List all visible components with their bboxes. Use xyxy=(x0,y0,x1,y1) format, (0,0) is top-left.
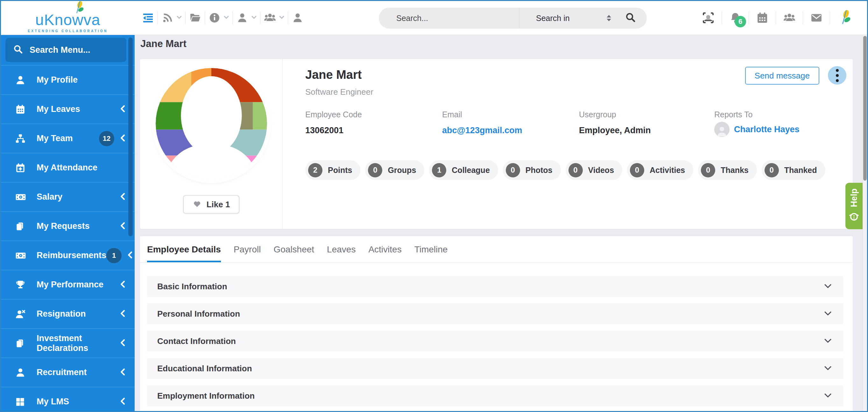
calendar-icon[interactable] xyxy=(756,11,769,24)
brand-name: uKnowva xyxy=(28,11,108,29)
tab-activites[interactable]: Activites xyxy=(368,244,401,262)
stat-activities[interactable]: 0Activities xyxy=(627,160,693,180)
notification-badge: 6 xyxy=(735,16,746,27)
accordion-title: Basic Information xyxy=(157,282,227,291)
field-employee-code: Employee Code 13062001 xyxy=(305,110,442,137)
accordion-personal-information[interactable]: Personal Information xyxy=(147,303,843,324)
stat-count: 0 xyxy=(368,163,382,177)
user-profile-icon[interactable] xyxy=(291,11,304,24)
profile-fields: Employee Code 13062001 Email abc@123gmai… xyxy=(305,110,840,137)
page-scrollbar[interactable] xyxy=(863,35,867,411)
accordion-educational-information[interactable]: Educational Information xyxy=(147,358,843,379)
sidebar-scrollbar[interactable] xyxy=(128,37,133,236)
sidebar-item-my-profile[interactable]: My Profile xyxy=(1,65,135,94)
sidebar-item-my-team[interactable]: My Team 12 xyxy=(1,124,135,153)
stat-videos[interactable]: 0Videos xyxy=(566,160,623,180)
count-badge: 1 xyxy=(106,248,122,263)
stat-thanks[interactable]: 0Thanks xyxy=(698,160,757,180)
select-arrows-icon xyxy=(607,15,611,21)
chevron-left-icon xyxy=(119,192,126,202)
more-options-button[interactable] xyxy=(828,66,846,84)
details-card: Employee Details Payroll Goalsheet Leave… xyxy=(140,236,853,411)
tab-leaves[interactable]: Leaves xyxy=(327,244,355,262)
like-button[interactable]: Like 1 xyxy=(183,195,240,214)
sidebar-item-label: My Performance xyxy=(37,280,119,289)
sidebar-item-label: My Profile xyxy=(37,75,126,85)
tab-timeline[interactable]: Timeline xyxy=(414,244,448,262)
email-link[interactable]: abc@123gmail.com xyxy=(442,126,579,135)
sidebar-item-my-lms[interactable]: My LMS xyxy=(1,387,135,411)
send-message-button[interactable]: Send message xyxy=(745,67,819,84)
profile-card: Like 1 Jane Mart Software Engineer Send … xyxy=(140,59,853,229)
user-group-icon[interactable] xyxy=(264,11,276,24)
collapse-menu-icon[interactable] xyxy=(142,11,154,24)
rss-feed-icon[interactable] xyxy=(161,11,174,24)
info-icon[interactable] xyxy=(208,11,221,24)
banknote-icon xyxy=(15,249,27,262)
search-submit-icon[interactable] xyxy=(625,12,636,24)
chevron-left-icon xyxy=(119,134,126,143)
stat-label: Videos xyxy=(588,166,614,175)
sidebar-item-label: Salary xyxy=(37,192,119,202)
tab-payroll[interactable]: Payroll xyxy=(234,244,261,262)
sidebar-search-input[interactable] xyxy=(30,45,135,55)
page-scrollbar-thumb[interactable] xyxy=(863,36,867,180)
folder-icon[interactable] xyxy=(189,11,202,24)
sidebar: My Profile My Leaves My Team 12 My Atten… xyxy=(1,35,135,411)
chevron-left-icon xyxy=(127,251,133,261)
search-in-select[interactable]: Search in xyxy=(520,8,647,29)
sidebar-nav: My Profile My Leaves My Team 12 My Atten… xyxy=(1,65,135,411)
chevron-down-icon xyxy=(824,366,832,372)
accordion-employment-information[interactable]: Employment Information xyxy=(147,385,843,406)
top-bar: uKnowva EXTENDING COLLABORATION xyxy=(1,1,867,35)
org-chart-icon xyxy=(15,133,27,145)
mail-icon[interactable] xyxy=(810,11,823,24)
field-usergroup: Usergroup Employee, Admin xyxy=(579,110,714,137)
accordion-basic-information[interactable]: Basic Information xyxy=(147,276,843,297)
chevron-down-icon[interactable] xyxy=(251,15,257,21)
stat-thanked[interactable]: 0Thanked xyxy=(762,160,825,180)
sidebar-item-label: Investment Declarations xyxy=(37,334,119,353)
help-button[interactable]: Help xyxy=(845,183,863,229)
user-icon[interactable] xyxy=(236,11,249,24)
face-scan-icon[interactable] xyxy=(702,11,715,24)
sidebar-item-salary[interactable]: Salary xyxy=(1,182,135,211)
chevron-down-icon[interactable] xyxy=(279,15,284,21)
stat-label: Photos xyxy=(526,166,553,175)
brand-logo[interactable]: uKnowva EXTENDING COLLABORATION xyxy=(1,1,135,35)
main-content: Jane Mart xyxy=(135,35,867,411)
stat-groups[interactable]: 0Groups xyxy=(365,160,424,180)
sidebar-search[interactable] xyxy=(5,38,126,62)
search-input[interactable] xyxy=(379,8,519,29)
stat-count: 0 xyxy=(568,163,583,177)
tab-goalsheet[interactable]: Goalsheet xyxy=(273,244,314,262)
manager-avatar[interactable] xyxy=(714,122,730,137)
sidebar-item-recruitment[interactable]: Recruitment xyxy=(1,357,135,387)
sidebar-item-my-attendance[interactable]: My Attendance xyxy=(1,153,135,182)
chevron-left-icon xyxy=(119,309,126,319)
sidebar-item-label: My Team xyxy=(37,134,99,143)
sidebar-item-label: My Attendance xyxy=(37,163,126,173)
tab-employee-details[interactable]: Employee Details xyxy=(147,244,221,262)
sidebar-item-my-requests[interactable]: My Requests xyxy=(1,211,135,241)
manager-link[interactable]: Charlotte Hayes xyxy=(734,125,800,135)
stat-label: Activities xyxy=(650,166,685,175)
stat-colleague[interactable]: 1Colleague xyxy=(429,160,498,180)
chevron-down-icon[interactable] xyxy=(223,15,229,21)
stat-label: Groups xyxy=(388,166,416,175)
stat-photos[interactable]: 0Photos xyxy=(503,160,561,180)
sidebar-item-my-leaves[interactable]: My Leaves xyxy=(1,94,135,124)
people-directory-icon[interactable] xyxy=(783,11,796,24)
chevron-down-icon[interactable] xyxy=(176,15,182,21)
person-icon xyxy=(15,367,27,379)
chevron-down-icon xyxy=(824,311,832,317)
sidebar-item-reimbursements[interactable]: Reimbursements 1 xyxy=(1,241,135,270)
field-value: Employee, Admin xyxy=(579,126,714,135)
accordion-contact-information[interactable]: Contact Information xyxy=(147,331,843,352)
sidebar-item-label: Reimbursements xyxy=(37,250,106,261)
sidebar-item-investment-declarations[interactable]: Investment Declarations xyxy=(1,329,135,357)
stat-points[interactable]: 2Points xyxy=(305,160,360,180)
sidebar-item-my-performance[interactable]: My Performance xyxy=(1,270,135,299)
sidebar-item-resignation[interactable]: Resignation xyxy=(1,299,135,329)
avatar[interactable] xyxy=(156,68,267,179)
